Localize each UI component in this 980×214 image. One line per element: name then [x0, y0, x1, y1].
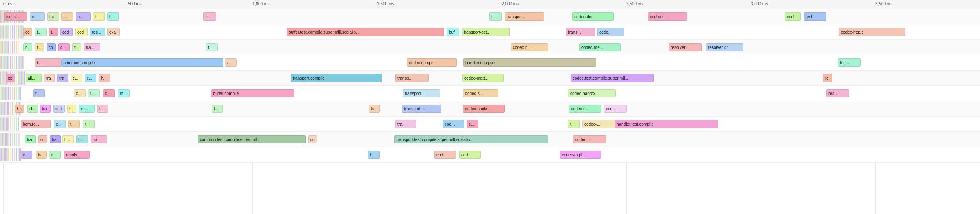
task-bar[interactable]: bom.te... — [21, 120, 51, 128]
task-bar[interactable]: t... — [368, 151, 380, 159]
task-bar[interactable]: tra — [369, 105, 380, 113]
task-bar[interactable]: t... — [206, 43, 218, 51]
task-bar[interactable]: tra... — [395, 120, 416, 128]
task-bar[interactable]: h... — [99, 74, 110, 82]
task-bar[interactable]: buf — [447, 28, 459, 36]
task-bar[interactable]: co — [308, 135, 317, 143]
task-bar[interactable]: t... — [61, 12, 73, 21]
task-bar[interactable]: cod... — [604, 105, 627, 113]
task-bar[interactable]: tra — [25, 135, 36, 143]
task-bar[interactable]: codec-socks... — [463, 105, 505, 113]
task-bar[interactable]: c... — [54, 120, 66, 128]
task-bar[interactable]: tes... — [838, 58, 861, 67]
task-bar[interactable]: cod... — [459, 151, 481, 159]
task-bar[interactable]: t... — [33, 89, 45, 97]
task-bar[interactable]: t... — [49, 28, 58, 36]
task-bar[interactable]: codec.compile — [407, 58, 457, 67]
task-bar[interactable]: c... — [467, 120, 478, 128]
task-bar[interactable]: r... — [203, 12, 216, 21]
task-bar[interactable]: resolv... — [64, 151, 90, 159]
task-bar[interactable]: trans... — [566, 28, 595, 36]
task-bar[interactable]: h... — [62, 135, 74, 143]
task-bar[interactable]: cod — [75, 28, 88, 36]
task-bar[interactable]: cod... — [443, 120, 464, 128]
task-bar[interactable]: common.compile — [61, 58, 223, 67]
task-bar[interactable]: test... — [804, 12, 826, 21]
task-bar[interactable]: transpor... — [505, 12, 544, 21]
task-bar[interactable]: t... — [76, 135, 88, 143]
task-bar[interactable]: c... — [76, 12, 91, 21]
task-bar[interactable]: t... — [93, 12, 105, 21]
task-bar[interactable]: mill.s... — [4, 12, 27, 21]
task-bar[interactable]: c... — [49, 151, 61, 159]
task-bar[interactable]: code... — [597, 28, 624, 36]
task-bar[interactable]: t... — [35, 28, 47, 36]
task-bar[interactable]: common.test.compile.super.mil... — [198, 135, 306, 143]
task-bar[interactable]: t... — [568, 120, 580, 128]
task-bar[interactable]: t... — [35, 43, 44, 51]
task-bar[interactable]: codec.test.compile.super.mil... — [571, 74, 654, 82]
task-bar[interactable]: cod — [60, 28, 73, 36]
task-bar[interactable]: ha — [15, 105, 24, 113]
task-bar[interactable]: codec-http.c — [839, 28, 905, 36]
task-bar[interactable]: c... — [21, 151, 32, 159]
task-bar[interactable]: exa — [107, 28, 120, 36]
task-bar[interactable]: transp... — [395, 74, 429, 82]
task-bar[interactable]: tra — [44, 74, 55, 82]
task-bar[interactable]: res... — [826, 89, 849, 97]
task-bar[interactable]: d... — [27, 105, 38, 113]
task-bar[interactable]: c... — [58, 43, 70, 51]
task-bar[interactable]: codec-r... — [511, 43, 548, 51]
task-bar[interactable]: t... — [489, 12, 502, 21]
task-bar[interactable]: t... — [68, 120, 80, 128]
task-bar[interactable]: tra... — [91, 135, 107, 143]
task-bar[interactable]: t... — [67, 105, 76, 113]
task-bar[interactable]: handler.test.compile — [615, 120, 718, 128]
task-bar[interactable]: c... — [71, 74, 82, 82]
task-bar[interactable]: tra — [47, 12, 59, 21]
task-bar[interactable]: cod — [785, 12, 801, 21]
task-bar[interactable]: codec-haprox... — [568, 89, 616, 97]
task-bar[interactable]: codec-... — [573, 135, 606, 143]
task-bar[interactable]: cod... — [434, 151, 456, 159]
task-bar[interactable]: codec-me... — [579, 43, 621, 51]
task-bar[interactable]: transport... — [403, 89, 440, 97]
task-bar[interactable]: transport.test.compile.super.mill.scalal… — [394, 135, 548, 143]
task-bar[interactable]: co — [23, 28, 32, 36]
task-bar[interactable]: co — [47, 43, 56, 51]
task-bar[interactable]: handler.compile — [463, 58, 596, 67]
task-bar[interactable]: codec-s... — [648, 12, 687, 21]
task-bar[interactable]: transport.compile — [291, 74, 382, 82]
task-bar[interactable]: codec-mqtt... — [462, 74, 504, 82]
task-bar[interactable]: codec-mqtt... — [560, 151, 601, 159]
task-bar[interactable]: t... — [72, 43, 81, 51]
task-bar[interactable]: transport-... — [402, 105, 441, 113]
task-bar[interactable]: t... — [97, 105, 108, 113]
task-bar[interactable]: buffer.compile — [211, 89, 294, 97]
task-bar[interactable]: c... — [74, 89, 86, 97]
task-bar[interactable]: tra — [50, 135, 61, 143]
task-bar[interactable]: c... — [85, 74, 96, 82]
task-bar[interactable]: c... — [30, 12, 45, 21]
task-bar[interactable]: all... — [26, 74, 42, 82]
task-bar[interactable]: codec-dns... — [572, 12, 614, 21]
task-bar[interactable]: res... — [90, 28, 105, 36]
task-bar[interactable]: t... — [212, 105, 223, 113]
task-bar[interactable]: resolver-dr — [706, 43, 743, 51]
task-bar[interactable]: codec-s... — [463, 89, 498, 97]
task-bar[interactable]: cod — [53, 105, 65, 113]
task-bar[interactable]: b... — [35, 58, 62, 67]
task-bar[interactable]: transport-sct... — [462, 28, 510, 36]
task-bar[interactable]: tra — [36, 151, 47, 159]
task-bar[interactable]: co — [38, 135, 47, 143]
task-bar[interactable]: re — [823, 74, 832, 82]
task-bar[interactable]: t... — [83, 120, 95, 128]
task-bar[interactable]: co — [6, 74, 15, 82]
task-bar[interactable]: h... — [107, 12, 119, 21]
task-bar[interactable]: tra — [40, 105, 51, 113]
task-bar[interactable]: buffer.test.compile.super.mill.scalalib.… — [287, 28, 444, 36]
task-bar[interactable]: codec-r... — [569, 105, 601, 113]
task-bar[interactable]: m... — [118, 89, 130, 97]
task-bar[interactable]: t... — [88, 89, 100, 97]
task-bar[interactable]: tra... — [84, 43, 100, 51]
